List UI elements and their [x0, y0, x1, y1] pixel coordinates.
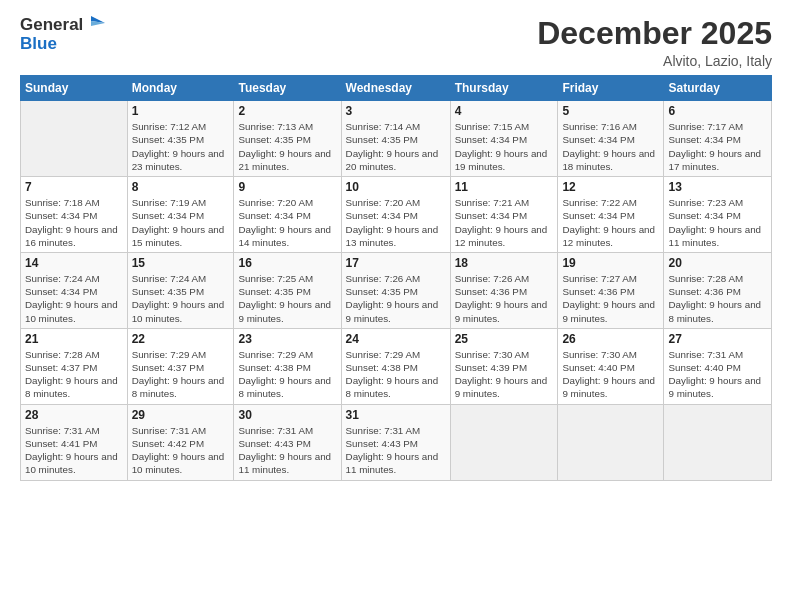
calendar-cell: 30Sunrise: 7:31 AMSunset: 4:43 PMDayligh…	[234, 404, 341, 480]
day-number: 24	[346, 332, 446, 346]
col-header-thursday: Thursday	[450, 76, 558, 101]
calendar-cell: 21Sunrise: 7:28 AMSunset: 4:37 PMDayligh…	[21, 328, 128, 404]
calendar-cell: 12Sunrise: 7:22 AMSunset: 4:34 PMDayligh…	[558, 177, 664, 253]
calendar-cell: 6Sunrise: 7:17 AMSunset: 4:34 PMDaylight…	[664, 101, 772, 177]
day-info: Sunrise: 7:31 AMSunset: 4:40 PMDaylight:…	[668, 348, 767, 401]
calendar-cell: 31Sunrise: 7:31 AMSunset: 4:43 PMDayligh…	[341, 404, 450, 480]
day-number: 9	[238, 180, 336, 194]
day-info: Sunrise: 7:29 AMSunset: 4:38 PMDaylight:…	[346, 348, 446, 401]
page: General Blue December 2025 Alvito, Lazio…	[0, 0, 792, 612]
col-header-tuesday: Tuesday	[234, 76, 341, 101]
day-info: Sunrise: 7:28 AMSunset: 4:36 PMDaylight:…	[668, 272, 767, 325]
day-number: 23	[238, 332, 336, 346]
day-info: Sunrise: 7:24 AMSunset: 4:34 PMDaylight:…	[25, 272, 123, 325]
day-number: 15	[132, 256, 230, 270]
calendar-cell: 16Sunrise: 7:25 AMSunset: 4:35 PMDayligh…	[234, 252, 341, 328]
day-number: 14	[25, 256, 123, 270]
calendar-cell: 14Sunrise: 7:24 AMSunset: 4:34 PMDayligh…	[21, 252, 128, 328]
day-number: 10	[346, 180, 446, 194]
calendar-cell	[558, 404, 664, 480]
day-number: 20	[668, 256, 767, 270]
calendar-cell: 5Sunrise: 7:16 AMSunset: 4:34 PMDaylight…	[558, 101, 664, 177]
calendar-cell: 22Sunrise: 7:29 AMSunset: 4:37 PMDayligh…	[127, 328, 234, 404]
day-number: 17	[346, 256, 446, 270]
calendar-cell: 2Sunrise: 7:13 AMSunset: 4:35 PMDaylight…	[234, 101, 341, 177]
logo-general: General	[20, 16, 83, 35]
calendar-cell: 17Sunrise: 7:26 AMSunset: 4:35 PMDayligh…	[341, 252, 450, 328]
day-info: Sunrise: 7:22 AMSunset: 4:34 PMDaylight:…	[562, 196, 659, 249]
calendar-cell: 4Sunrise: 7:15 AMSunset: 4:34 PMDaylight…	[450, 101, 558, 177]
day-info: Sunrise: 7:18 AMSunset: 4:34 PMDaylight:…	[25, 196, 123, 249]
day-info: Sunrise: 7:31 AMSunset: 4:41 PMDaylight:…	[25, 424, 123, 477]
calendar-cell: 23Sunrise: 7:29 AMSunset: 4:38 PMDayligh…	[234, 328, 341, 404]
day-number: 3	[346, 104, 446, 118]
calendar-cell: 10Sunrise: 7:20 AMSunset: 4:34 PMDayligh…	[341, 177, 450, 253]
day-number: 28	[25, 408, 123, 422]
day-info: Sunrise: 7:17 AMSunset: 4:34 PMDaylight:…	[668, 120, 767, 173]
day-number: 2	[238, 104, 336, 118]
col-header-wednesday: Wednesday	[341, 76, 450, 101]
calendar-cell: 25Sunrise: 7:30 AMSunset: 4:39 PMDayligh…	[450, 328, 558, 404]
header: General Blue December 2025 Alvito, Lazio…	[20, 16, 772, 69]
calendar-cell: 13Sunrise: 7:23 AMSunset: 4:34 PMDayligh…	[664, 177, 772, 253]
calendar-cell	[21, 101, 128, 177]
day-info: Sunrise: 7:21 AMSunset: 4:34 PMDaylight:…	[455, 196, 554, 249]
day-number: 8	[132, 180, 230, 194]
day-info: Sunrise: 7:23 AMSunset: 4:34 PMDaylight:…	[668, 196, 767, 249]
day-info: Sunrise: 7:31 AMSunset: 4:42 PMDaylight:…	[132, 424, 230, 477]
day-info: Sunrise: 7:12 AMSunset: 4:35 PMDaylight:…	[132, 120, 230, 173]
day-info: Sunrise: 7:14 AMSunset: 4:35 PMDaylight:…	[346, 120, 446, 173]
day-number: 7	[25, 180, 123, 194]
col-header-sunday: Sunday	[21, 76, 128, 101]
day-number: 30	[238, 408, 336, 422]
day-number: 27	[668, 332, 767, 346]
calendar-cell: 18Sunrise: 7:26 AMSunset: 4:36 PMDayligh…	[450, 252, 558, 328]
day-info: Sunrise: 7:13 AMSunset: 4:35 PMDaylight:…	[238, 120, 336, 173]
day-info: Sunrise: 7:28 AMSunset: 4:37 PMDaylight:…	[25, 348, 123, 401]
day-number: 16	[238, 256, 336, 270]
calendar-cell: 19Sunrise: 7:27 AMSunset: 4:36 PMDayligh…	[558, 252, 664, 328]
day-number: 26	[562, 332, 659, 346]
day-info: Sunrise: 7:26 AMSunset: 4:35 PMDaylight:…	[346, 272, 446, 325]
day-number: 4	[455, 104, 554, 118]
calendar-table: SundayMondayTuesdayWednesdayThursdayFrid…	[20, 75, 772, 480]
day-info: Sunrise: 7:20 AMSunset: 4:34 PMDaylight:…	[238, 196, 336, 249]
day-number: 31	[346, 408, 446, 422]
month-title: December 2025	[537, 16, 772, 51]
day-info: Sunrise: 7:16 AMSunset: 4:34 PMDaylight:…	[562, 120, 659, 173]
calendar-cell: 7Sunrise: 7:18 AMSunset: 4:34 PMDaylight…	[21, 177, 128, 253]
calendar-cell: 26Sunrise: 7:30 AMSunset: 4:40 PMDayligh…	[558, 328, 664, 404]
day-number: 11	[455, 180, 554, 194]
day-number: 1	[132, 104, 230, 118]
day-info: Sunrise: 7:15 AMSunset: 4:34 PMDaylight:…	[455, 120, 554, 173]
day-info: Sunrise: 7:20 AMSunset: 4:34 PMDaylight:…	[346, 196, 446, 249]
calendar-cell: 28Sunrise: 7:31 AMSunset: 4:41 PMDayligh…	[21, 404, 128, 480]
calendar-cell	[450, 404, 558, 480]
calendar-cell: 3Sunrise: 7:14 AMSunset: 4:35 PMDaylight…	[341, 101, 450, 177]
logo: General Blue	[20, 16, 107, 53]
col-header-monday: Monday	[127, 76, 234, 101]
calendar-cell: 24Sunrise: 7:29 AMSunset: 4:38 PMDayligh…	[341, 328, 450, 404]
calendar-cell: 27Sunrise: 7:31 AMSunset: 4:40 PMDayligh…	[664, 328, 772, 404]
calendar-cell: 20Sunrise: 7:28 AMSunset: 4:36 PMDayligh…	[664, 252, 772, 328]
calendar-cell: 11Sunrise: 7:21 AMSunset: 4:34 PMDayligh…	[450, 177, 558, 253]
day-info: Sunrise: 7:19 AMSunset: 4:34 PMDaylight:…	[132, 196, 230, 249]
logo-blue: Blue	[20, 35, 57, 54]
day-info: Sunrise: 7:31 AMSunset: 4:43 PMDaylight:…	[238, 424, 336, 477]
day-info: Sunrise: 7:24 AMSunset: 4:35 PMDaylight:…	[132, 272, 230, 325]
day-info: Sunrise: 7:26 AMSunset: 4:36 PMDaylight:…	[455, 272, 554, 325]
day-number: 13	[668, 180, 767, 194]
day-number: 29	[132, 408, 230, 422]
day-number: 21	[25, 332, 123, 346]
day-number: 5	[562, 104, 659, 118]
day-info: Sunrise: 7:25 AMSunset: 4:35 PMDaylight:…	[238, 272, 336, 325]
col-header-friday: Friday	[558, 76, 664, 101]
logo-bird-icon	[85, 12, 107, 34]
calendar-cell: 1Sunrise: 7:12 AMSunset: 4:35 PMDaylight…	[127, 101, 234, 177]
day-info: Sunrise: 7:27 AMSunset: 4:36 PMDaylight:…	[562, 272, 659, 325]
location: Alvito, Lazio, Italy	[537, 53, 772, 69]
day-info: Sunrise: 7:30 AMSunset: 4:40 PMDaylight:…	[562, 348, 659, 401]
day-number: 19	[562, 256, 659, 270]
calendar-cell: 8Sunrise: 7:19 AMSunset: 4:34 PMDaylight…	[127, 177, 234, 253]
day-number: 22	[132, 332, 230, 346]
